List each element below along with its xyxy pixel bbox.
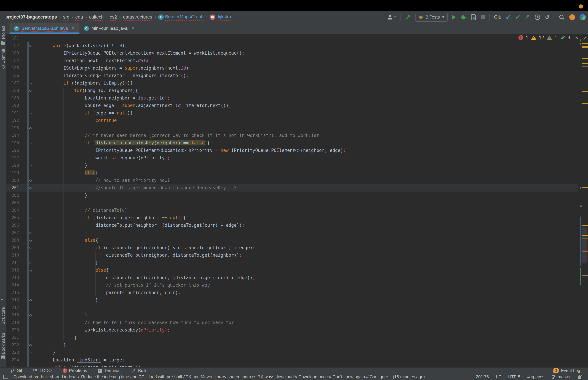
tab-BeaverMapsGraph.java[interactable]: CBeaverMapsGraph.java✕ bbox=[10, 23, 79, 34]
line-number[interactable]: 213 bbox=[6, 274, 19, 281]
git-branch-widget[interactable]: master bbox=[551, 374, 571, 379]
line-number[interactable]: 223 bbox=[6, 349, 19, 356]
stripe-mark-yellow[interactable] bbox=[582, 187, 588, 188]
run-with-coverage-icon[interactable] bbox=[471, 14, 476, 20]
stripe-mark-yellow[interactable] bbox=[582, 225, 588, 226]
line-number[interactable]: 191 bbox=[6, 109, 19, 117]
line-number[interactable]: 222 bbox=[6, 341, 19, 349]
git-update-icon[interactable]: ↙ bbox=[506, 14, 511, 20]
stripe-mark-yellow[interactable] bbox=[582, 66, 588, 67]
breadcrumb-item-dijkstra[interactable]: mdijkstra bbox=[210, 14, 231, 20]
indent-setting[interactable]: 4 spaces bbox=[528, 374, 544, 379]
line-number[interactable]: 190 bbox=[6, 102, 19, 109]
line-number[interactable]: 220 bbox=[6, 326, 19, 334]
search-icon[interactable] bbox=[559, 14, 565, 20]
code-line-197[interactable]: 197 workList.enqueue(nPriority); bbox=[0, 154, 578, 162]
line-number[interactable]: 181 bbox=[6, 34, 19, 42]
line-number[interactable]: 193 bbox=[6, 124, 19, 132]
ide-update-icon[interactable]: ↑ bbox=[569, 14, 575, 20]
tool-window-button-build[interactable]: Build bbox=[131, 368, 148, 373]
line-number[interactable]: 196 bbox=[6, 147, 19, 154]
line-number[interactable]: 216 bbox=[6, 296, 19, 304]
history-clock-icon[interactable] bbox=[534, 14, 541, 20]
code-line-217[interactable]: 217 bbox=[0, 304, 578, 311]
line-number[interactable]: 184 bbox=[6, 57, 19, 64]
code-line-182[interactable]: 182 while(workList.size() != 0){ bbox=[0, 42, 578, 49]
run-button[interactable] bbox=[452, 15, 456, 19]
code-line-219[interactable]: 219 // how to tell this decreaseKey how … bbox=[0, 319, 578, 326]
stripe-mark-yellow[interactable] bbox=[582, 43, 588, 44]
line-number[interactable]: 210 bbox=[6, 251, 19, 259]
code-line-210[interactable]: 210 distanceTo.put(neighbor, distanceTo.… bbox=[0, 251, 578, 259]
code-line-207[interactable]: 207 } bbox=[0, 229, 578, 236]
code-line-193[interactable]: 193 } bbox=[0, 124, 578, 132]
line-ending[interactable]: LF bbox=[496, 374, 501, 379]
scrollbar-thumb[interactable] bbox=[582, 227, 587, 263]
stop-button[interactable] bbox=[481, 15, 485, 19]
code-line-196[interactable]: 196 IPriorityQueue.PQElement<Location> n… bbox=[0, 147, 578, 154]
line-number[interactable]: 208 bbox=[6, 236, 19, 244]
code-line-187[interactable]: 187 if (!neighbors.isEmpty()){ bbox=[0, 79, 578, 87]
code-line-222[interactable]: 222 } bbox=[0, 341, 578, 349]
code-line-199[interactable]: 199 else{ bbox=[0, 169, 578, 177]
line-number[interactable]: 195 bbox=[6, 139, 19, 147]
code-line-206[interactable]: 206 distanceTo.put(neighbor, (distanceTo… bbox=[0, 222, 578, 229]
build-hammer-icon[interactable] bbox=[405, 14, 411, 20]
debug-icon[interactable] bbox=[460, 14, 466, 20]
stripe-mark-yellow[interactable] bbox=[582, 91, 588, 92]
line-number[interactable]: 186 bbox=[6, 72, 19, 79]
code-line-204[interactable]: 204 // distanceTo[u] bbox=[0, 207, 578, 214]
code-line-185[interactable]: 185 ISet<Long> neighbors = super.neighbo… bbox=[0, 64, 578, 72]
code-line-211[interactable]: 211 } bbox=[0, 259, 578, 266]
line-number[interactable]: 201 bbox=[6, 184, 19, 191]
git-push-icon[interactable]: ↗ bbox=[525, 14, 530, 20]
code-line-202[interactable]: 202 } bbox=[0, 191, 578, 199]
event-log-button[interactable]: 3 Event Log bbox=[553, 367, 580, 374]
code-line-190[interactable]: 190 Double edge = super.adjacent(next.id… bbox=[0, 102, 578, 109]
code-line-181[interactable]: 181 bbox=[0, 34, 578, 42]
stripe-mark-graysq[interactable] bbox=[580, 206, 582, 207]
code-line-213[interactable]: 213 distanceTo.put(neighbor, (distanceTo… bbox=[0, 274, 578, 281]
line-number[interactable]: 218 bbox=[6, 311, 19, 319]
line-number[interactable]: 188 bbox=[6, 87, 19, 94]
line-number[interactable]: 205 bbox=[6, 214, 19, 222]
prev-problem-icon[interactable] bbox=[574, 36, 578, 40]
stripe-mark-yellow[interactable] bbox=[582, 63, 588, 64]
next-problem-icon[interactable] bbox=[582, 36, 586, 40]
stripe-mark-greenbar[interactable] bbox=[580, 267, 581, 285]
line-number[interactable]: 194 bbox=[6, 132, 19, 139]
run-configuration-select[interactable]: B Tests bbox=[416, 13, 448, 22]
code-line-188[interactable]: 188 for(Long id: neighbors){ bbox=[0, 87, 578, 94]
code-with-me-icon[interactable] bbox=[580, 14, 586, 20]
tool-window-button-problems[interactable]: !Problems bbox=[63, 368, 87, 373]
line-number[interactable]: 189 bbox=[6, 94, 19, 102]
code-line-218[interactable]: 218 } bbox=[0, 311, 578, 319]
code-line-189[interactable]: 189 Location neighbor = ids.get(id); bbox=[0, 94, 578, 102]
file-encoding[interactable]: UTF-8 bbox=[508, 374, 520, 379]
line-number[interactable]: 197 bbox=[6, 154, 19, 162]
code-line-224[interactable]: 224 Location findStart = target; bbox=[0, 356, 578, 364]
caret-position[interactable]: 201:78 bbox=[476, 374, 489, 379]
tab-options-icon[interactable]: ⋮ bbox=[582, 25, 587, 32]
stripe-mark-yellow[interactable] bbox=[582, 46, 588, 47]
line-number[interactable]: 200 bbox=[6, 177, 19, 184]
close-icon[interactable]: ✕ bbox=[131, 26, 134, 31]
line-number[interactable]: 182 bbox=[6, 42, 19, 49]
code-line-195[interactable]: 195 if (distanceTo.containsKey(neighbor)… bbox=[0, 139, 578, 147]
rollback-icon[interactable]: ↺ bbox=[545, 14, 550, 20]
code-line-201[interactable]: 201 //should this get moved down to wher… bbox=[0, 184, 578, 191]
breadcrumb-item-caltech[interactable]: caltech bbox=[89, 15, 104, 20]
breadcrumb-item-src[interactable]: src bbox=[63, 15, 69, 20]
code-line-192[interactable]: 192 continue; bbox=[0, 117, 578, 124]
breadcrumb-item-edu[interactable]: edu bbox=[75, 15, 83, 20]
code-line-191[interactable]: 191 if (edge == null){ bbox=[0, 109, 578, 117]
code-line-221[interactable]: 221 } bbox=[0, 334, 578, 341]
line-number[interactable]: 206 bbox=[6, 222, 19, 229]
inspections-widget[interactable]: ! 1 ! 12 ! 1 ✔✔ 9 bbox=[518, 34, 585, 41]
code-line-186[interactable]: 186 Iterator<Long> iterator = neighbors.… bbox=[0, 72, 578, 79]
code-line-209[interactable]: 209 if (distanceTo.get(neighbor) < dista… bbox=[0, 244, 578, 251]
breadcrumb-item-project07-bagaceratops[interactable]: project07-bagaceratops bbox=[5, 15, 57, 20]
code-line-208[interactable]: 208 else{ bbox=[0, 236, 578, 244]
line-number[interactable]: 217 bbox=[6, 304, 19, 311]
code-line-198[interactable]: 198 } bbox=[0, 162, 578, 169]
